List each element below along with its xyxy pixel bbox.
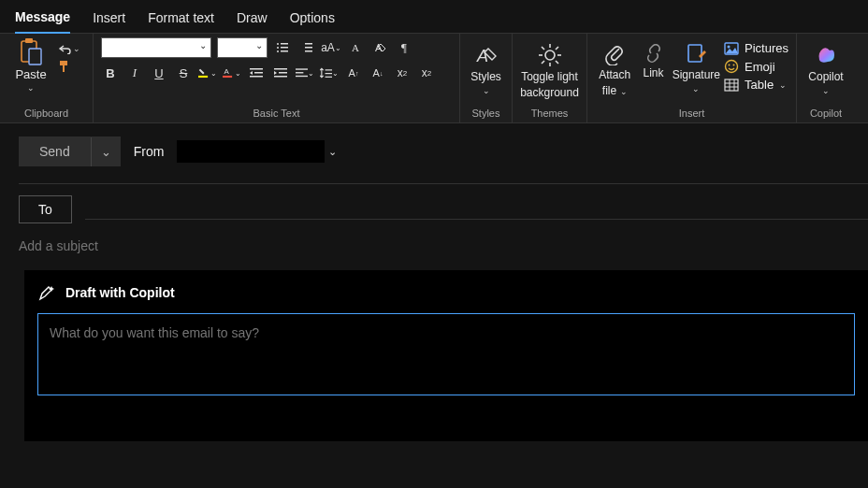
copilot-button[interactable]: Copilot ⌄ [804, 37, 847, 95]
copilot-panel-title: Draft with Copilot [65, 285, 175, 300]
signature-button[interactable]: Signature ⌄ [673, 37, 720, 93]
font-size-select[interactable]: ⌄ [217, 37, 268, 58]
paste-label: Paste [15, 67, 46, 81]
font-shrink-button[interactable]: A [346, 38, 365, 57]
clear-formatting-button[interactable]: A [370, 38, 389, 57]
group-label-styles: Styles [468, 108, 504, 119]
italic-button[interactable]: I [125, 64, 144, 82]
compose-area: Send ⌄ From ⌄ To Draft with Copilot [0, 123, 868, 441]
font-grow-button[interactable]: A↑ [344, 64, 363, 82]
group-label-insert: Insert [595, 108, 788, 119]
align-button[interactable]: ⌄ [296, 64, 314, 82]
svg-rect-28 [326, 73, 332, 74]
group-styles: A Styles ⌄ Styles [460, 34, 513, 122]
styles-button[interactable]: A Styles ⌄ [468, 37, 504, 95]
underline-button[interactable]: U [150, 64, 168, 82]
from-label: From [134, 144, 165, 159]
svg-point-42 [728, 45, 731, 48]
highlight-color-button[interactable]: ⌄ [198, 64, 217, 82]
svg-rect-21 [274, 68, 287, 70]
svg-rect-40 [688, 45, 702, 62]
bullets-button[interactable] [273, 38, 292, 57]
send-split-arrow[interactable]: ⌄ [91, 137, 121, 166]
group-copilot: Copilot ⌄ Copilot [797, 34, 855, 122]
svg-rect-26 [296, 76, 308, 77]
svg-point-5 [277, 43, 279, 45]
superscript-button[interactable]: x2 [417, 64, 436, 82]
send-button[interactable]: Send ⌄ [19, 136, 121, 166]
chevron-down-icon[interactable]: ⌄ [328, 146, 337, 158]
svg-rect-2 [29, 49, 41, 65]
svg-rect-23 [274, 76, 287, 78]
svg-point-45 [733, 65, 735, 66]
svg-rect-4 [63, 65, 65, 72]
to-button[interactable]: To [19, 195, 72, 223]
svg-text:A: A [224, 67, 229, 76]
increase-indent-button[interactable] [271, 64, 290, 82]
svg-line-39 [542, 61, 544, 64]
chevron-down-icon: ⌄ [483, 86, 490, 95]
line-spacing-button[interactable]: ⌄ [320, 64, 339, 82]
subscript-button[interactable]: x2 [393, 64, 412, 82]
tab-message[interactable]: Message [15, 6, 70, 34]
bold-button[interactable]: B [101, 64, 120, 82]
theme-label-1: Toggle light [521, 70, 578, 83]
tab-options[interactable]: Options [290, 7, 335, 33]
svg-rect-15 [198, 76, 208, 78]
svg-point-44 [729, 65, 731, 66]
group-label-clipboard: Clipboard [7, 108, 85, 119]
svg-rect-13 [305, 50, 312, 52]
tab-insert[interactable]: Insert [93, 7, 125, 33]
group-label-copilot: Copilot [804, 108, 847, 119]
subject-input[interactable] [19, 238, 868, 253]
link-button[interactable]: Link [638, 37, 668, 79]
group-insert: Attach file ⌄ Link Signature ⌄ Pictures [587, 34, 797, 122]
tab-format-text[interactable]: Format text [148, 7, 214, 33]
attach-file-button[interactable]: Attach file ⌄ [595, 37, 634, 98]
font-shrink2-button[interactable]: A↓ [369, 64, 387, 82]
pictures-button[interactable]: Pictures [724, 41, 788, 55]
svg-rect-18 [250, 68, 263, 70]
svg-rect-3 [60, 61, 67, 65]
copilot-icon [814, 43, 838, 67]
strikethrough-button[interactable]: S [174, 64, 193, 82]
numbering-button[interactable] [297, 38, 316, 57]
ribbon-tabs: Message Insert Format text Draw Options [0, 0, 868, 34]
pictures-icon [724, 42, 739, 55]
paperclip-icon [604, 43, 625, 65]
signature-icon [686, 43, 706, 65]
clipboard-paste-icon [19, 37, 43, 65]
table-button[interactable]: Table ⌄ [724, 78, 788, 92]
copilot-prompt-input[interactable] [37, 313, 855, 395]
svg-rect-17 [223, 76, 232, 78]
svg-rect-10 [281, 50, 288, 52]
styles-icon: A [474, 43, 499, 67]
undo-button[interactable]: ⌄ [58, 43, 80, 54]
paste-button[interactable]: Paste ⌄ [7, 37, 54, 93]
toggle-light-background-button[interactable]: Toggle light background [520, 37, 579, 99]
change-case-button[interactable]: aA⌄ [322, 38, 340, 57]
svg-rect-25 [296, 72, 303, 73]
font-family-select[interactable]: ⌄ [101, 37, 211, 58]
chevron-down-icon: ⌄ [27, 83, 35, 93]
paragraph-marks-button[interactable]: ¶ [395, 38, 413, 57]
theme-label-2: background [520, 86, 579, 99]
format-painter-button[interactable] [58, 60, 80, 73]
svg-rect-1 [25, 38, 33, 43]
svg-rect-24 [296, 68, 308, 69]
decrease-indent-button[interactable] [247, 64, 266, 82]
svg-rect-27 [326, 69, 332, 70]
copilot-draft-panel: Draft with Copilot [24, 270, 868, 441]
svg-point-43 [726, 61, 738, 73]
font-color-button[interactable]: A⌄ [223, 64, 241, 82]
svg-line-37 [556, 61, 558, 64]
tab-draw[interactable]: Draw [237, 7, 268, 33]
emoji-button[interactable]: Emoji [724, 59, 788, 74]
pencil-sparkle-icon [37, 283, 56, 302]
group-label-basic-text: Basic Text [101, 108, 452, 119]
svg-rect-46 [725, 79, 738, 91]
from-account-select[interactable] [177, 140, 325, 163]
svg-rect-11 [305, 43, 312, 45]
svg-rect-19 [254, 72, 263, 74]
to-input[interactable] [85, 199, 868, 220]
